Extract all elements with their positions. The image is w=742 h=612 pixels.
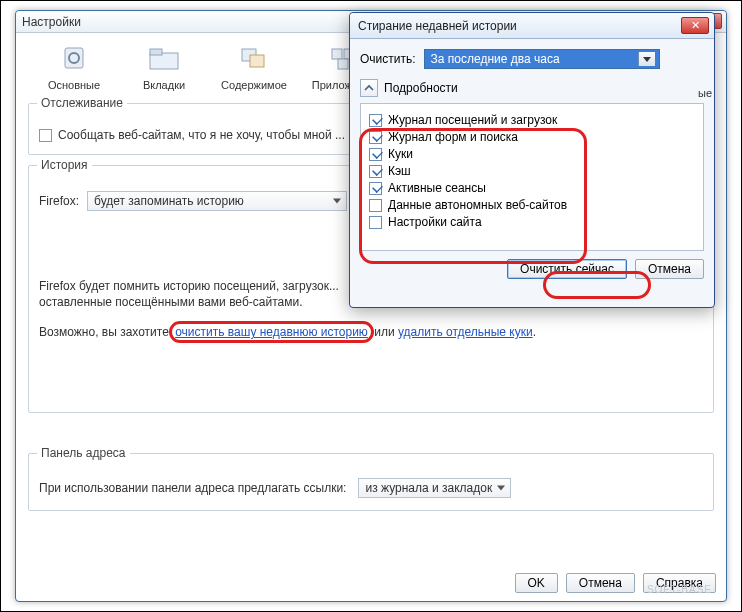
period: . bbox=[533, 325, 536, 339]
firefox-label: Firefox: bbox=[39, 194, 79, 208]
item-label: Журнал посещений и загрузок bbox=[388, 113, 557, 127]
chk-forms-search[interactable] bbox=[369, 131, 382, 144]
tab-general[interactable]: Основные bbox=[38, 43, 110, 91]
item-label: Активные сеансы bbox=[388, 181, 486, 195]
do-not-track-checkbox[interactable] bbox=[39, 129, 52, 142]
do-not-track-label: Сообщать веб-сайтам, что я не хочу, чтоб… bbox=[58, 128, 345, 142]
group-legend: Панель адреса bbox=[37, 446, 130, 460]
item-label: Журнал форм и поиска bbox=[388, 130, 518, 144]
item-label: Данные автономных веб-сайтов bbox=[388, 198, 567, 212]
tab-label: Содержимое bbox=[218, 79, 290, 91]
group-address-panel: Панель адреса При использовании панели а… bbox=[28, 453, 714, 511]
chk-site-settings[interactable] bbox=[369, 216, 382, 229]
chk-visits-downloads[interactable] bbox=[369, 114, 382, 127]
item-label: Кэш bbox=[388, 164, 411, 178]
tab-content[interactable]: Содержимое bbox=[218, 43, 290, 91]
address-suggest-select[interactable]: из журнала и закладок bbox=[358, 478, 511, 498]
svg-rect-0 bbox=[65, 48, 83, 68]
clear-history-dialog: Стирание недавней истории ✕ Очистить: За… bbox=[349, 12, 715, 308]
time-range-select[interactable]: За последние два часа bbox=[424, 49, 660, 69]
ok-button[interactable]: OK bbox=[515, 573, 558, 593]
tab-tabs[interactable]: Вкладки bbox=[128, 43, 200, 91]
maybe-text: Возможно, вы захотите bbox=[39, 325, 172, 339]
toolbar-extra-text: ые bbox=[698, 87, 712, 99]
clear-recent-history-link[interactable]: очистить вашу недавнюю историю bbox=[172, 324, 371, 340]
history-mode-select[interactable]: будет запоминать историю bbox=[87, 191, 347, 211]
chk-cookies[interactable] bbox=[369, 148, 382, 161]
item-label: Куки bbox=[388, 147, 413, 161]
group-legend: Отслеживание bbox=[37, 96, 127, 110]
chk-active-sessions[interactable] bbox=[369, 182, 382, 195]
address-label: При использовании панели адреса предлага… bbox=[39, 481, 346, 495]
gear-icon bbox=[56, 43, 92, 73]
svg-rect-6 bbox=[332, 49, 342, 59]
item-label: Настройки сайта bbox=[388, 215, 482, 229]
chk-offline-data[interactable] bbox=[369, 199, 382, 212]
or-text: или bbox=[371, 325, 398, 339]
svg-rect-3 bbox=[150, 49, 162, 55]
details-label: Подробности bbox=[384, 81, 458, 95]
clear-label: Очистить: bbox=[360, 52, 416, 66]
details-list: Журнал посещений и загрузок Журнал форм … bbox=[360, 103, 704, 251]
dialog-cancel-button[interactable]: Отмена bbox=[635, 259, 704, 279]
tab-label: Вкладки bbox=[128, 79, 200, 91]
svg-rect-5 bbox=[250, 55, 264, 67]
tab-label: Основные bbox=[38, 79, 110, 91]
close-icon[interactable]: ✕ bbox=[681, 17, 709, 34]
tabs-icon bbox=[146, 43, 182, 73]
settings-title: Настройки bbox=[22, 15, 81, 29]
chk-cache[interactable] bbox=[369, 165, 382, 178]
dialog-title: Стирание недавней истории bbox=[358, 19, 517, 33]
svg-rect-8 bbox=[338, 59, 348, 69]
group-legend: История bbox=[37, 158, 92, 172]
details-toggle[interactable] bbox=[360, 79, 378, 97]
cancel-button[interactable]: Отмена bbox=[566, 573, 635, 593]
delete-cookies-link[interactable]: удалить отдельные куки bbox=[398, 325, 533, 339]
watermark: SOFT-BASE bbox=[647, 584, 712, 595]
clear-now-button[interactable]: Очистить сейчас bbox=[507, 259, 627, 279]
dialog-titlebar[interactable]: Стирание недавней истории ✕ bbox=[350, 13, 714, 39]
content-icon bbox=[236, 43, 272, 73]
chevron-up-icon bbox=[364, 83, 374, 93]
